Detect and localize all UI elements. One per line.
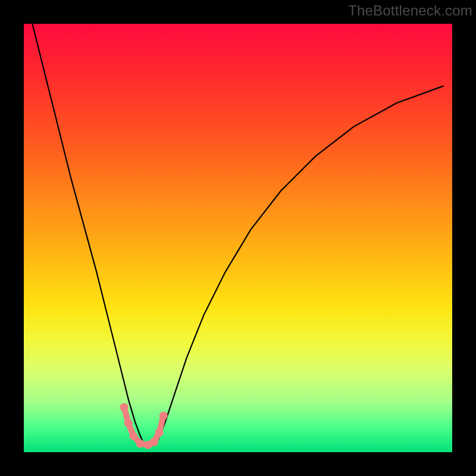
trough-dot [159, 412, 168, 420]
plot-area [24, 24, 452, 452]
bottleneck-curve [32, 24, 443, 445]
trough-dot [124, 419, 133, 427]
chart-frame: TheBottleneck.com [0, 0, 476, 476]
trough-markers [120, 403, 167, 449]
trough-dot [129, 432, 137, 440]
trough-dot [150, 438, 158, 446]
trough-dot [155, 428, 164, 437]
curve-layer [24, 24, 452, 452]
attribution-label: TheBottleneck.com [348, 2, 472, 19]
trough-dot [136, 440, 145, 448]
trough-dot [120, 403, 128, 411]
